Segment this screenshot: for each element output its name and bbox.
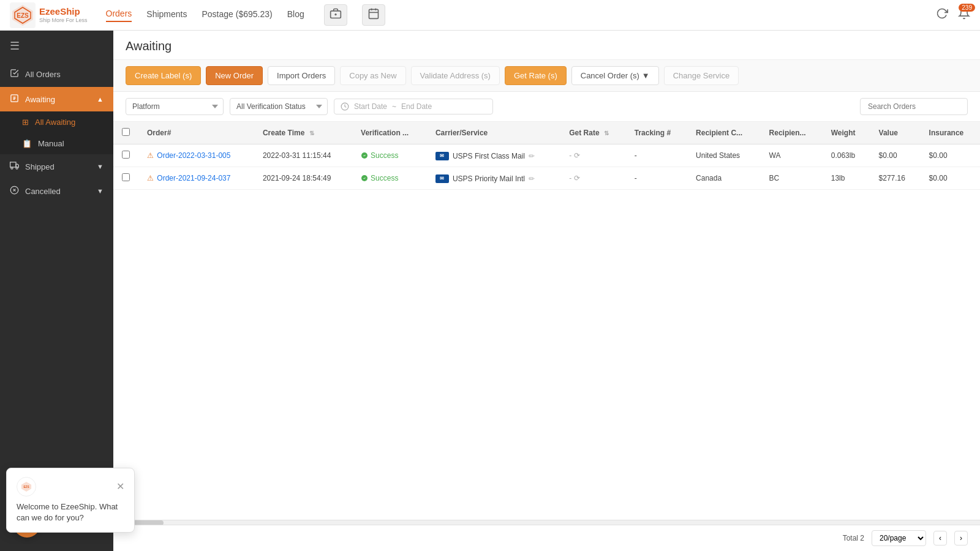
shipped-label: Shipped <box>25 162 55 171</box>
refresh-button[interactable] <box>936 7 948 23</box>
total-count: Total 2 <box>843 534 864 542</box>
all-orders-icon <box>10 69 19 80</box>
nav-orders[interactable]: Orders <box>106 9 132 22</box>
usps-icon-2: ✉ <box>435 174 449 183</box>
sidebar-cancelled-parent[interactable]: Cancelled ▼ <box>0 179 113 203</box>
logo-area: EZS EzeeShip Ship More For Less <box>10 2 88 28</box>
sidebar-hamburger[interactable]: ☰ <box>0 31 113 61</box>
table-header-row: Order# Create Time ⇅ Verification ... Ca… <box>113 122 980 144</box>
row-1-verification: Success <box>352 144 427 167</box>
refresh-rate-icon-1[interactable]: ⟳ <box>574 151 580 160</box>
chat-message: Welcome to EzeeShip. What can we do for … <box>17 501 124 523</box>
row-2-recipient-country: Canada <box>687 167 761 190</box>
page-size-select[interactable]: 20/page 10/page 50/page 100/page <box>872 530 926 546</box>
col-get-rate[interactable]: Get Rate ⇅ <box>560 122 626 144</box>
row-2-recipient-region: BC <box>761 167 823 190</box>
nav-links: Orders Shipments Postage ($695.23) Blog <box>106 4 936 26</box>
chat-close-button[interactable]: ✕ <box>116 481 124 492</box>
awaiting-chevron: ▲ <box>97 96 104 103</box>
row-1-create-time: 2022-03-31 11:15:44 <box>254 144 352 167</box>
next-page-button[interactable]: › <box>954 531 968 545</box>
svg-rect-12 <box>10 162 16 167</box>
manual-icon: 📋 <box>22 139 32 148</box>
row-1-insurance: $0.00 <box>921 144 980 167</box>
orders-table: Order# Create Time ⇅ Verification ... Ca… <box>113 122 980 190</box>
nav-postage[interactable]: Postage ($695.23) <box>202 9 272 21</box>
table-row: ⚠ Order-2022-03-31-005 2022-03-31 11:15:… <box>113 144 980 167</box>
sidebar-item-all-orders[interactable]: All Orders <box>0 61 113 87</box>
row-1-recipient-region: WA <box>761 144 823 167</box>
row-1-recipient-country: United States <box>687 144 761 167</box>
new-order-button[interactable]: New Order <box>206 66 263 85</box>
nav-calendar-icon[interactable] <box>362 4 385 26</box>
row-1-weight: 0.063lb <box>823 144 870 167</box>
row-2-value: $277.16 <box>870 167 921 190</box>
get-rate-button[interactable]: Get Rate (s) <box>505 66 567 85</box>
row-1-carrier: ✉ USPS First Class Mail ✏ <box>427 144 560 167</box>
search-orders-input[interactable] <box>860 98 968 115</box>
create-time-sort: ⇅ <box>309 130 314 137</box>
grid-icon: ⊞ <box>22 118 29 127</box>
horizontal-scrollbar[interactable] <box>113 520 980 525</box>
row-2-order-id: ⚠ Order-2021-09-24-037 <box>138 167 254 190</box>
platform-filter[interactable]: Platform <box>126 98 224 115</box>
verification-filter[interactable]: All Verification Status <box>230 98 328 115</box>
edit-carrier-icon-2[interactable]: ✏ <box>529 174 535 183</box>
row-2-verification: Success <box>352 167 427 190</box>
row-1-checkbox[interactable] <box>122 151 130 159</box>
top-nav: EZS EzeeShip Ship More For Less Orders S… <box>0 0 980 31</box>
col-insurance: Insurance <box>921 122 980 144</box>
brand-name: EzeeShip Ship More For Less <box>39 6 88 24</box>
col-tracking: Tracking # <box>626 122 687 144</box>
nav-blog[interactable]: Blog <box>287 9 304 21</box>
sidebar-label-all-orders: All Orders <box>25 70 61 79</box>
import-orders-button[interactable]: Import Orders <box>268 66 335 85</box>
col-recipient-region: Recipien... <box>761 122 823 144</box>
copy-as-new-button[interactable]: Copy as New <box>340 66 405 85</box>
row-2-verification-badge: Success <box>361 174 418 182</box>
svg-point-14 <box>11 167 13 169</box>
row-1-order-link[interactable]: Order-2022-03-31-005 <box>157 151 230 160</box>
page-header: Awaiting <box>113 31 980 60</box>
get-rate-sort: ⇅ <box>604 130 609 137</box>
date-separator: ~ <box>392 102 396 111</box>
row-2-order-link[interactable]: Order-2021-09-24-037 <box>157 174 230 182</box>
edit-carrier-icon-1[interactable]: ✏ <box>529 152 535 160</box>
validate-address-button[interactable]: Validate Address (s) <box>411 66 500 85</box>
row-1-checkbox-cell <box>113 144 138 167</box>
sidebar-awaiting-parent[interactable]: Awaiting ▲ <box>0 87 113 111</box>
row-1-order-id: ⚠ Order-2022-03-31-005 <box>138 144 254 167</box>
manual-label: Manual <box>38 139 64 148</box>
row-2-checkbox-cell <box>113 167 138 190</box>
awaiting-label: Awaiting <box>25 95 55 104</box>
order-warning-icon-2: ⚠ <box>147 174 154 182</box>
cancel-order-label: Cancel Order (s) <box>581 71 639 80</box>
row-2-weight: 13lb <box>823 167 870 190</box>
refresh-rate-icon-2[interactable]: ⟳ <box>574 174 580 182</box>
create-label-button[interactable]: Create Label (s) <box>126 66 201 85</box>
orders-table-container: Order# Create Time ⇅ Verification ... Ca… <box>113 122 980 520</box>
main-layout: ☰ All Orders Awaiting ▲ ⊞ All Awaiting <box>0 31 980 551</box>
cancel-dropdown-arrow: ▼ <box>642 71 650 80</box>
usps-icon-1: ✉ <box>435 152 449 160</box>
nav-store-icon[interactable] <box>324 4 347 26</box>
col-create-time[interactable]: Create Time ⇅ <box>254 122 352 144</box>
col-value: Value <box>870 122 921 144</box>
shipped-chevron: ▼ <box>97 163 104 170</box>
row-1-verification-badge: Success <box>361 151 418 160</box>
sidebar-shipped-parent[interactable]: Shipped ▼ <box>0 154 113 179</box>
table-row: ⚠ Order-2021-09-24-037 2021-09-24 18:54:… <box>113 167 980 190</box>
change-service-button[interactable]: Change Service <box>664 66 739 85</box>
select-all-checkbox[interactable] <box>122 128 130 136</box>
sidebar-child-manual[interactable]: 📋 Manual <box>0 133 113 154</box>
prev-page-button[interactable]: ‹ <box>933 531 947 545</box>
cancel-order-button[interactable]: Cancel Order (s) ▼ <box>571 66 659 85</box>
end-date-placeholder: End Date <box>401 102 432 111</box>
notification-button[interactable]: 239 <box>958 7 970 23</box>
date-range-picker[interactable]: Start Date ~ End Date <box>334 99 493 114</box>
nav-shipments[interactable]: Shipments <box>146 9 187 21</box>
col-order: Order# <box>138 122 254 144</box>
row-2-checkbox[interactable] <box>122 173 130 181</box>
sidebar-child-all-awaiting[interactable]: ⊞ All Awaiting <box>0 111 113 133</box>
shipped-icon <box>10 161 19 172</box>
